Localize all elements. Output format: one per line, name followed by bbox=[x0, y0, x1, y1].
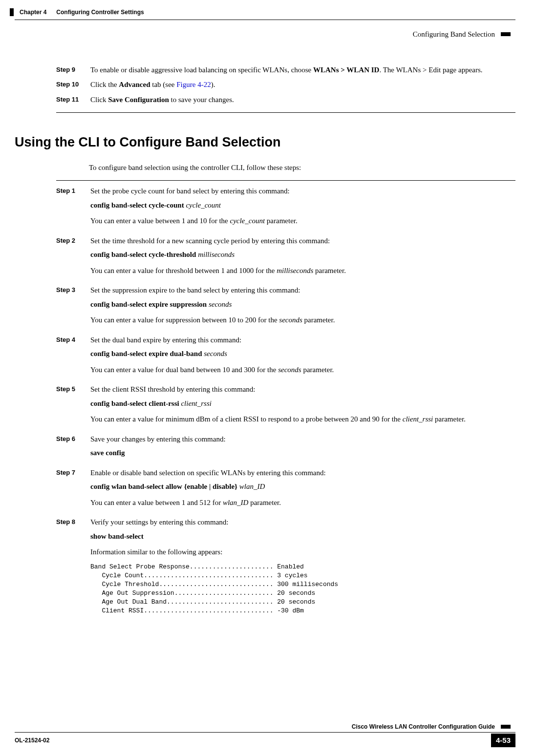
text: You can enter a value for dual band betw… bbox=[90, 366, 278, 374]
text-italic: client_rssi bbox=[403, 415, 433, 423]
text: Enable or disable band selection on spec… bbox=[90, 467, 515, 479]
steps-start-rule bbox=[56, 180, 515, 181]
text: tab (see bbox=[150, 81, 177, 88]
header-bar-icon bbox=[10, 8, 14, 16]
cmd-italic: client_rssi bbox=[181, 399, 212, 407]
steps-block-b: Step 1 Set the probe cycle count for ban… bbox=[56, 186, 515, 616]
text-italic: seconds bbox=[278, 366, 301, 374]
step-text: Click the Advanced tab (see Figure 4-22)… bbox=[90, 79, 515, 90]
footer-top: Cisco Wireless LAN Controller Configurat… bbox=[15, 722, 515, 731]
cmd-bold: config band-select cycle-count bbox=[90, 201, 186, 209]
command: config band-select client-rssi client_rs… bbox=[90, 398, 515, 409]
step-3: Step 3 Set the suppression expire to the… bbox=[56, 285, 515, 331]
step-2: Step 2 Set the time threshold for a new … bbox=[56, 235, 515, 281]
cmd-bold: config band-select expire suppression bbox=[90, 300, 209, 308]
text: Verify your settings by entering this co… bbox=[90, 517, 515, 528]
text: To enable or disable aggressive load bal… bbox=[90, 66, 313, 74]
step-9: Step 9 To enable or disable aggressive l… bbox=[56, 64, 515, 76]
code-output: Band Select Probe Response..............… bbox=[90, 563, 515, 616]
step-label: Step 6 bbox=[56, 434, 90, 444]
text: Set the suppression expire to the band s… bbox=[90, 285, 515, 296]
page-header: Chapter 4 Configuring Controller Setting… bbox=[0, 0, 535, 19]
step-text: Set the suppression expire to the band s… bbox=[90, 285, 515, 331]
step-text: Set the client RSSI threshold by enterin… bbox=[90, 384, 515, 430]
text: Click the bbox=[90, 81, 119, 88]
note: You can enter a value for suppression be… bbox=[90, 315, 515, 326]
text: You can enter a value for threshold betw… bbox=[90, 267, 277, 274]
steps-end-rule bbox=[56, 112, 515, 113]
text: Set the probe cycle count for band selec… bbox=[90, 186, 515, 197]
step-text: Set the dual band expire by entering thi… bbox=[90, 335, 515, 380]
step-label: Step 5 bbox=[56, 384, 90, 394]
command: config band-select cycle-threshold milli… bbox=[90, 249, 515, 260]
step-label: Step 1 bbox=[56, 186, 90, 196]
step-text: Click Save Configuration to save your ch… bbox=[90, 94, 515, 105]
step-5: Step 5 Set the client RSSI threshold by … bbox=[56, 384, 515, 430]
chapter-title: Configuring Controller Settings bbox=[56, 8, 144, 17]
step-text: To enable or disable aggressive load bal… bbox=[90, 64, 515, 76]
text-bold: WLANs > WLAN ID bbox=[313, 66, 379, 74]
cmd-bold: config band-select expire dual-band bbox=[90, 350, 204, 357]
text: Set the dual band expire by entering thi… bbox=[90, 335, 515, 346]
cmd-italic: seconds bbox=[204, 350, 227, 357]
header-right: Configuring Band Selection bbox=[413, 29, 515, 40]
page-content: Step 9 To enable or disable aggressive l… bbox=[0, 40, 535, 616]
text: You can enter a value for suppression be… bbox=[90, 316, 279, 324]
cmd-bold: config band-select cycle-threshold bbox=[90, 251, 198, 258]
text-italic: cycle_count bbox=[230, 217, 265, 225]
page-number: 4-53 bbox=[491, 734, 515, 748]
step-text: Enable or disable band selection on spec… bbox=[90, 467, 515, 513]
text: ). bbox=[211, 81, 215, 88]
step-label: Step 2 bbox=[56, 235, 90, 246]
command: show band-select bbox=[90, 531, 515, 542]
step-label: Step 11 bbox=[56, 94, 90, 105]
note: You can enter a value between 1 and 10 f… bbox=[90, 215, 515, 227]
step-4: Step 4 Set the dual band expire by enter… bbox=[56, 335, 515, 380]
figure-link[interactable]: Figure 4-22 bbox=[176, 81, 211, 88]
text: parameter. bbox=[313, 267, 346, 274]
section-breadcrumb: Configuring Band Selection bbox=[413, 29, 495, 40]
step-text: Set the time threshold for a new scannin… bbox=[90, 235, 515, 281]
step-1: Step 1 Set the probe cycle count for ban… bbox=[56, 186, 515, 231]
text: parameter. bbox=[433, 415, 466, 423]
text: You can enter a value for minimum dBm of… bbox=[90, 415, 403, 423]
text: Click bbox=[90, 96, 108, 104]
step-label: Step 7 bbox=[56, 467, 90, 478]
note: Information similar to the following app… bbox=[90, 546, 515, 558]
cmd-italic: wlan_ID bbox=[239, 483, 265, 490]
cmd-bold: config wlan band-select allow {enable | … bbox=[90, 483, 239, 490]
footer-rule bbox=[15, 732, 515, 733]
step-label: Step 9 bbox=[56, 64, 90, 75]
section-intro: To configure band selection using the co… bbox=[89, 162, 515, 173]
text-italic: wlan_ID bbox=[223, 499, 249, 506]
step-10: Step 10 Click the Advanced tab (see Figu… bbox=[56, 79, 515, 90]
command: config wlan band-select allow {enable | … bbox=[90, 481, 515, 492]
steps-block-a: Step 9 To enable or disable aggressive l… bbox=[56, 64, 515, 105]
step-7: Step 7 Enable or disable band selection … bbox=[56, 467, 515, 513]
text: You can enter a value between 1 and 512 … bbox=[90, 499, 223, 506]
step-8: Step 8 Verify your settings by entering … bbox=[56, 517, 515, 616]
cmd-italic: cycle_count bbox=[186, 201, 221, 209]
footer-bottom: OL-21524-02 4-53 bbox=[15, 734, 515, 748]
step-label: Step 3 bbox=[56, 285, 90, 295]
text-bold: Advanced bbox=[119, 81, 150, 88]
command: save config bbox=[90, 447, 515, 459]
step-text: Save your changes by entering this comma… bbox=[90, 434, 515, 463]
footer-bar-icon bbox=[501, 725, 511, 729]
step-label: Step 4 bbox=[56, 335, 90, 345]
text: parameter. bbox=[301, 366, 334, 374]
guide-title: Cisco Wireless LAN Controller Configurat… bbox=[352, 722, 495, 731]
page-footer: Cisco Wireless LAN Controller Configurat… bbox=[0, 722, 535, 748]
command: config band-select cycle-count cycle_cou… bbox=[90, 200, 515, 211]
cmd-bold: save config bbox=[90, 449, 125, 457]
text: Set the time threshold for a new scannin… bbox=[90, 235, 515, 247]
header-left: Chapter 4 Configuring Controller Setting… bbox=[10, 8, 144, 17]
text: parameter. bbox=[265, 217, 298, 225]
text-italic: milliseconds bbox=[277, 267, 313, 274]
text: Set the client RSSI threshold by enterin… bbox=[90, 384, 515, 395]
doc-number: OL-21524-02 bbox=[15, 736, 49, 745]
header-right-bar-icon bbox=[501, 32, 511, 36]
cmd-italic: milliseconds bbox=[198, 251, 235, 258]
step-text: Verify your settings by entering this co… bbox=[90, 517, 515, 616]
chapter-label: Chapter 4 bbox=[20, 8, 46, 17]
